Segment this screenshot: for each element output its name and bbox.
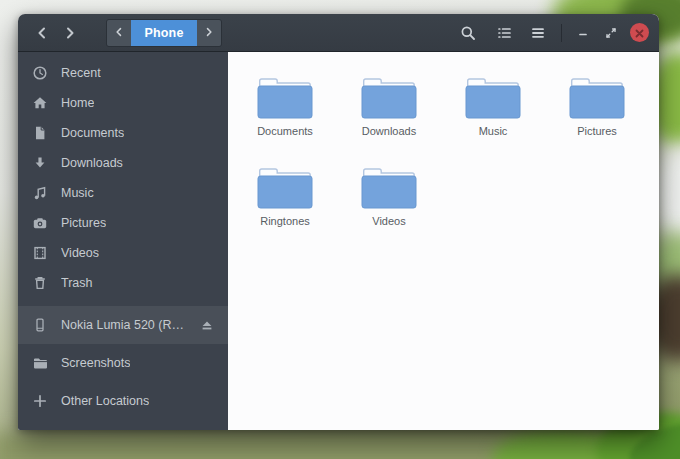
folder-label: Pictures	[577, 125, 617, 137]
folder-label: Documents	[257, 125, 313, 137]
close-button[interactable]	[630, 23, 649, 42]
maximize-icon	[604, 26, 618, 40]
folder-label: Videos	[372, 215, 405, 227]
list-view-icon	[496, 25, 512, 41]
forward-button[interactable]	[56, 20, 84, 46]
folder-music[interactable]: Music	[441, 68, 545, 154]
back-button[interactable]	[28, 20, 56, 46]
sidebar-item-other-locations[interactable]: Other Locations	[18, 382, 228, 420]
folder-downloads[interactable]: Downloads	[337, 68, 441, 154]
folder-icon	[462, 68, 524, 120]
folder-icon	[254, 158, 316, 210]
file-manager-window: Phone	[18, 14, 659, 430]
sidebar-item-label: Trash	[61, 276, 93, 290]
chevron-left-icon	[113, 24, 125, 42]
sidebar-item-label: Music	[61, 186, 94, 200]
sidebar-section-gap	[18, 298, 228, 306]
download-icon	[32, 155, 48, 171]
sidebar-item-music[interactable]: Music	[18, 178, 228, 208]
search-icon	[460, 25, 476, 41]
plus-icon	[32, 393, 48, 409]
sidebar-item-label: Pictures	[61, 216, 106, 230]
folder-pictures[interactable]: Pictures	[545, 68, 649, 154]
folder-icon	[254, 68, 316, 120]
folder-icon	[32, 355, 48, 371]
breadcrumb-label: Phone	[144, 26, 183, 40]
sidebar-item-label: Other Locations	[61, 394, 149, 408]
view-list-button[interactable]	[490, 20, 518, 46]
sidebar-item-label: Downloads	[61, 156, 123, 170]
headerbar: Phone	[18, 14, 659, 52]
music-note-icon	[32, 185, 48, 201]
folder-label: Music	[479, 125, 508, 137]
breadcrumb-phone-button[interactable]: Phone	[131, 20, 197, 46]
camera-icon	[32, 215, 48, 231]
sidebar-item-home[interactable]: Home	[18, 88, 228, 118]
path-bar: Phone	[106, 19, 222, 47]
menu-button[interactable]	[524, 20, 552, 46]
sidebar: RecentHomeDocumentsDownloadsMusicPicture…	[18, 52, 228, 430]
folder-videos[interactable]: Videos	[337, 158, 441, 244]
path-scroll-right-button[interactable]	[197, 20, 221, 46]
sidebar-item-label: Screenshots	[61, 356, 130, 370]
headerbar-separator	[561, 24, 562, 42]
sidebar-item-recent[interactable]: Recent	[18, 58, 228, 88]
folder-icon	[358, 158, 420, 210]
folder-label: Ringtones	[260, 215, 310, 227]
eject-icon[interactable]	[200, 318, 214, 332]
wallpaper-blur	[0, 433, 530, 459]
sidebar-item-label: Nokia Lumia 520 (RM …	[61, 318, 187, 332]
path-scroll-left-button[interactable]	[107, 20, 131, 46]
hamburger-menu-icon	[530, 25, 546, 41]
chevron-right-icon	[203, 24, 215, 42]
maximize-button[interactable]	[599, 20, 623, 46]
search-button[interactable]	[454, 20, 482, 46]
phone-icon	[32, 317, 48, 333]
sidebar-item-videos[interactable]: Videos	[18, 238, 228, 268]
sidebar-item-label: Recent	[61, 66, 101, 80]
sidebar-item-downloads[interactable]: Downloads	[18, 148, 228, 178]
home-icon	[32, 95, 48, 111]
sidebar-item-documents[interactable]: Documents	[18, 118, 228, 148]
folder-label: Downloads	[362, 125, 416, 137]
sidebar-item-trash[interactable]: Trash	[18, 268, 228, 298]
sidebar-item-screenshots[interactable]: Screenshots	[18, 344, 228, 382]
sidebar-item-label: Home	[61, 96, 94, 110]
folder-icon	[358, 68, 420, 120]
folder-documents[interactable]: Documents	[233, 68, 337, 154]
sidebar-item-nokia-lumia-520-rm[interactable]: Nokia Lumia 520 (RM …	[18, 306, 228, 344]
headerbar-actions	[454, 20, 649, 46]
wallpaper-leaf	[492, 428, 632, 459]
window-body: RecentHomeDocumentsDownloadsMusicPicture…	[18, 52, 659, 430]
sidebar-item-pictures[interactable]: Pictures	[18, 208, 228, 238]
clock-icon	[32, 65, 48, 81]
sidebar-item-label: Documents	[61, 126, 124, 140]
close-icon	[635, 24, 644, 42]
sidebar-item-label: Videos	[61, 246, 99, 260]
film-icon	[32, 245, 48, 261]
folder-icon	[566, 68, 628, 120]
minimize-button[interactable]	[571, 20, 595, 46]
trash-icon	[32, 275, 48, 291]
folder-ringtones[interactable]: Ringtones	[233, 158, 337, 244]
folder-view: Documents Downloads Music Pictures Ringt…	[228, 52, 659, 430]
minimize-icon	[576, 26, 590, 40]
document-icon	[32, 125, 48, 141]
